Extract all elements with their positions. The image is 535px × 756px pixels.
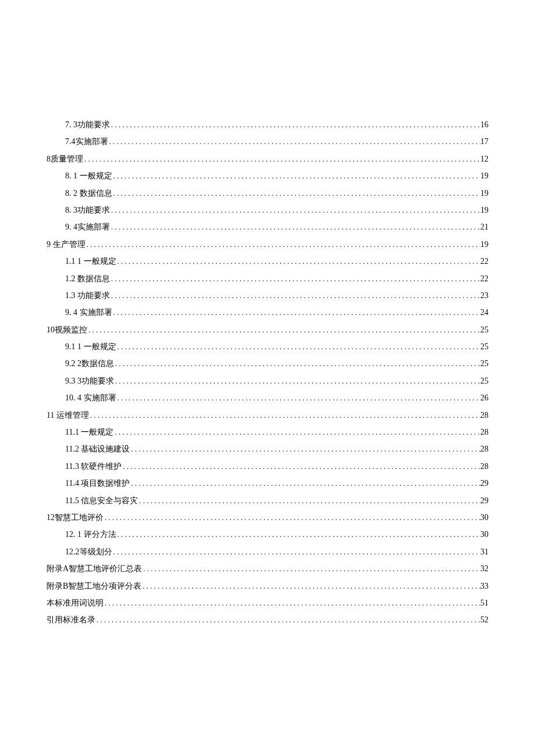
toc-label: 8质量管理 [47,151,83,167]
toc-page-number: 19 [480,167,488,184]
toc-entry: 8. 2 数据信息 19 [65,185,488,202]
toc-leader-dots [116,253,481,270]
toc-page-number: 30 [480,509,488,526]
toc-page-number: 29 [480,492,488,509]
toc-entry: 11.4 项目数据维护 29 [65,475,488,492]
toc-page-number: 52 [480,611,488,628]
toc-entry: 附录B智慧工地分项评分表 33 [47,578,488,594]
toc-label: 附录B智慧工地分项评分表 [47,578,141,594]
toc-label: 12.2等级划分 [65,543,112,560]
toc-page-number: 28 [480,440,488,457]
toc-label: 11.4 项目数据维护 [65,475,130,492]
toc-page-number: 26 [480,389,488,406]
toc-entry: 7.4实施部署 17 [65,133,488,150]
toc-entry: 9. 4实施部署 21 [65,218,488,235]
toc-leader-dots [85,236,481,253]
toc-entry: 8. 1 一般规定 19 [65,167,488,184]
toc-entry: 9. 4 实施部署 24 [65,304,488,321]
table-of-contents: 7. 3功能要求 16 7.4实施部署 17 8质量管理 12 8. 1 一般规… [47,116,488,629]
toc-leader-dots [114,355,480,372]
toc-leader-dots [130,440,480,457]
toc-leader-dots [110,218,480,235]
toc-leader-dots [83,151,480,167]
toc-entry: 11 运维管理 28 [47,407,488,424]
toc-entry: 10. 4 实施部署 26 [65,389,488,406]
toc-label: 9. 4 实施部署 [65,304,112,321]
toc-label: 引用标准名录 [47,611,95,628]
toc-leader-dots [116,338,481,355]
toc-label: 9.2 2数据信息 [65,355,114,372]
toc-entry: 9 生产管理 19 [47,236,488,253]
toc-leader-dots [112,185,481,202]
toc-leader-dots [110,270,480,287]
toc-leader-dots [122,458,480,475]
toc-leader-dots [95,611,480,628]
toc-leader-dots [141,578,480,594]
toc-page-number: 17 [480,133,488,150]
toc-page-number: 25 [480,338,488,355]
toc-leader-dots [108,133,481,150]
toc-leader-dots [89,407,480,424]
toc-entry: 附录A智慧工地评价汇总表 32 [47,560,488,577]
toc-entry: 1.1 1 一般规定 22 [65,253,488,270]
toc-entry: 12智慧工地评价 30 [47,509,488,526]
toc-label: 11.1 一般规定 [65,424,113,440]
toc-page-number: 30 [480,526,488,543]
toc-entry: 11.3 软硬件维护 28 [65,458,488,475]
toc-label: 9 生产管理 [47,236,85,253]
toc-page-number: 19 [480,202,488,218]
toc-leader-dots [110,287,480,304]
toc-entry: 11.1 一般规定 28 [65,424,488,440]
toc-leader-dots [113,424,480,440]
toc-page-number: 23 [480,287,488,304]
toc-entry: 12.2等级划分 31 [65,543,488,560]
toc-leader-dots [104,594,480,611]
toc-leader-dots [112,543,481,560]
toc-label: 9.1 1 一般规定 [65,338,116,355]
toc-label: 9.3 3功能要求 [65,372,114,389]
toc-page-number: 22 [480,253,488,270]
toc-label: 11 运维管理 [47,407,89,424]
toc-leader-dots [138,492,480,509]
toc-label: 1.2 数据信息 [65,270,110,287]
toc-page-number: 29 [480,475,488,492]
toc-label: 10视频监控 [47,321,87,338]
toc-page-number: 25 [480,355,488,372]
toc-label: 12智慧工地评价 [47,509,104,526]
toc-page-number: 22 [480,270,488,287]
toc-leader-dots [142,560,480,577]
toc-page-number: 21 [480,218,488,235]
toc-entry: 11.5 信息安全与容灾 29 [65,492,488,509]
toc-entry: 1.2 数据信息 22 [65,270,488,287]
toc-page-number: 28 [480,407,488,424]
toc-page-number: 19 [480,185,488,202]
toc-page-number: 25 [480,321,488,338]
toc-entry: 7. 3功能要求 16 [65,116,488,133]
toc-page-number: 16 [480,116,488,133]
toc-entry: 12. 1 评分方法 30 [65,526,488,543]
toc-entry: 引用标准名录 52 [47,611,488,628]
toc-page-number: 25 [480,372,488,389]
toc-label: 11.5 信息安全与容灾 [65,492,138,509]
toc-entry: 9.2 2数据信息 25 [65,355,488,372]
toc-label: 12. 1 评分方法 [65,526,116,543]
toc-leader-dots [116,526,481,543]
toc-label: 11.2 基础设施建设 [65,440,130,457]
toc-label: 1.1 1 一般规定 [65,253,116,270]
toc-label: 本标准用词说明 [47,594,104,611]
toc-page-number: 33 [480,578,488,594]
toc-page-number: 19 [480,236,488,253]
toc-entry: 11.2 基础设施建设 28 [65,440,488,457]
toc-page-number: 28 [480,458,488,475]
toc-label: 1.3 功能要求 [65,287,110,304]
toc-entry: 本标准用词说明 51 [47,594,488,611]
toc-label: 8. 2 数据信息 [65,185,112,202]
toc-page-number: 31 [480,543,488,560]
toc-leader-dots [112,304,481,321]
toc-entry: 8. 3功能要求 19 [65,202,488,218]
toc-leader-dots [130,475,480,492]
toc-leader-dots [104,509,480,526]
toc-page-number: 32 [480,560,488,577]
toc-page-number: 28 [480,424,488,440]
toc-leader-dots [114,372,480,389]
